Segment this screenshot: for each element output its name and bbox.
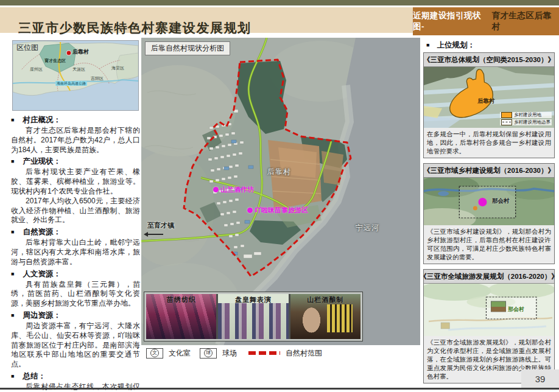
left-arrow-icon <box>145 234 163 235</box>
left-text-sections: ■村庄概况： 育才生态区后靠村是那会村下辖的自然村。2017年总户数为42户，总… <box>11 113 140 392</box>
dashed-swatch-icon <box>501 119 512 125</box>
plan-map-village-label: 那会村 <box>492 197 510 205</box>
location-map-title: 区位图 <box>16 43 38 53</box>
section-paragraph: 后靠村侵占生态红线，本次规划仅丰富村庄文化活动，搬迁安置后按本次规划内容实施。 <box>11 382 140 392</box>
section-heading-label: 人文资源： <box>23 269 61 279</box>
section-heading-label: 总结： <box>23 371 46 382</box>
header-tag-suffix: 育才生态区后靠村 <box>491 10 559 32</box>
satellite-analysis-map: 后靠自然村现状分析图 后靠村 宁远河 至育才镇 山兰酒作坊 吖啦咪苗寨旅游区 苗… <box>141 38 420 345</box>
plan-box-text: 在多规合一中，后靠村规划保留乡村建设用地，因此，后靠村符合多规合一乡村建设用地管… <box>424 128 554 158</box>
satellite-map-title: 后靠自然村现状分析图 <box>145 41 230 55</box>
photo-label: 山栏酒酿制 <box>290 295 360 304</box>
plan-map-graphic <box>424 178 554 225</box>
legend-label: 乡村建设用地边界 <box>514 119 550 125</box>
poi-wine-workshop: 山兰酒作坊 <box>213 185 254 194</box>
district-label-yucai: 育才生态区 <box>44 58 66 64</box>
upper-plans-heading: ■ 上位规划： <box>426 40 475 51</box>
plan-box-text: 《三亚市域乡村建设规划》，规划那会村为乡村旅游型村庄，后靠自然村在村庄建设许可区… <box>424 225 554 264</box>
header-section-tag: 近期建设指引现状图-育才生态区后靠村 <box>413 7 559 35</box>
poi-label: 山兰酒作坊 <box>220 185 254 194</box>
plan-box-title: 《三亚市全域旅游发展规划（2016-2020）》 <box>424 270 554 284</box>
poi-miao-village-tourism: 吖啦咪苗寨旅游区 <box>247 206 308 215</box>
section-heading: ■村庄概况： <box>11 115 140 125</box>
map-river-label: 宁远河 <box>356 223 379 233</box>
plan-box-title: 《三亚市域乡村建设规划（2016-2030）》 <box>424 164 554 178</box>
photo-label: 苗绣纺织 <box>146 295 216 304</box>
square-bullet-icon: ■ <box>11 312 14 318</box>
plan-box-master-plan: 《三亚市总体规划（空间类2015-2030）》 后靠村 乡村建设用地 <box>423 52 555 158</box>
square-bullet-icon: ■ <box>11 117 14 123</box>
section-heading-label: 周边资源： <box>23 310 61 321</box>
legend-label-culture-room: 文化室 <box>169 348 191 359</box>
culture-room-icon: 文 <box>150 349 159 357</box>
section-heading: ■产业现状： <box>11 156 140 167</box>
plan-document-page: 三亚市少数民族特色村寨建设发展规划 近期建设指引现状图-育才生态区后靠村 区位图… <box>0 0 559 392</box>
district-label-tianya: 天涯区 <box>72 66 85 72</box>
map-village-label: 后靠村 <box>267 167 291 177</box>
plan-map-village-label: 那会村 <box>508 306 524 313</box>
section-paragraph: 2017年人均收入6500元，主要经济收入经济作物种植、山兰酒酿制、旅游就业、外… <box>11 197 140 225</box>
highway-label: 海南环岛高速公路 <box>55 81 87 86</box>
photo-embroidery: 苗绣纺织 <box>146 294 216 339</box>
legend-row-construction-land: 乡村建设用地 <box>500 112 552 118</box>
photo-strip: 苗绣纺织 盘皇舞表演 山栏酒酿制 <box>144 292 362 341</box>
section-heading: ■周边资源： <box>11 310 140 321</box>
plan-box-tourism-plan: 《三亚市全域旅游发展规划（2016-2020）》 那会村 《三亚市全域旅游发展规… <box>423 269 555 383</box>
section-paragraph: 周边资源丰富，有宁远河、大隆水库、毛公山、仙安石林等资源，吖啦咪苗寨旅游区位于村… <box>11 321 140 369</box>
photo-label: 盘皇舞表演 <box>218 295 288 304</box>
plan-box-title: 《三亚市总体规划（空间类2015-2030）》 <box>424 53 554 67</box>
top-olive-strip <box>0 0 559 5</box>
section-heading-label: 自然资源： <box>23 227 61 237</box>
poi-label: 吖啦咪苗寨旅游区 <box>255 206 308 215</box>
page-title: 三亚市少数民族特色村寨建设发展规划 <box>18 19 251 37</box>
poi-dot-icon <box>213 187 219 192</box>
square-bullet-icon: ■ <box>426 42 429 48</box>
plan-map-rural: 那会村 <box>424 178 554 225</box>
section-paragraph: 后靠村背靠大山白土岭，毗邻宁远河，辖区内有大龙水库和南塔水库，旅游与自然资源丰富… <box>11 238 140 267</box>
district-label-jiyang: 吉阳区 <box>91 75 104 82</box>
plan-map-legend: 乡村建设用地 乡村建设用地边界 <box>500 112 552 125</box>
section-heading: ■总结： <box>11 371 140 382</box>
plan-map-graphic <box>424 284 554 336</box>
bottom-rule <box>0 388 559 390</box>
page-number: 39 <box>521 369 559 388</box>
legend-label: 乡村建设用地 <box>514 112 541 118</box>
square-bullet-icon: ■ <box>11 158 14 164</box>
photo-wine-brewing: 山栏酒酿制 <box>290 294 360 339</box>
section-paragraph: 具有苗族盘皇舞（三元舞），苗绣，苗医苗药、山栏酒酿制等文化资源，美丽乡村旅游文化… <box>11 280 140 309</box>
plan-map-master: 后靠村 乡村建设用地 乡村建设用地边界 <box>424 67 554 128</box>
legend-row-land-boundary: 乡村建设用地边界 <box>500 119 552 125</box>
legend-label-village-boundary: 自然村范围 <box>286 348 322 359</box>
poi-dot-icon <box>247 208 253 213</box>
plan-map-village-label: 后靠村 <box>477 97 495 105</box>
ball-court-icon: 球 <box>204 349 213 357</box>
red-dashed-line-icon <box>248 351 280 355</box>
section-paragraph: 后靠村现状主要产业有芒果、橡胶、莲雾果、槟榔种植业，旅游业等。现状村内有1个农民… <box>11 167 140 196</box>
district-label-yazhou: 崖州区 <box>30 66 43 72</box>
ball-court-symbol: 球 <box>200 348 217 359</box>
plan-map-tourism: 那会村 <box>424 284 554 336</box>
square-bullet-icon: ■ <box>11 229 14 235</box>
section-heading: ■人文资源： <box>11 269 140 279</box>
section-heading-label: 村庄概况： <box>23 115 61 125</box>
photo-dance-performance: 盘皇舞表演 <box>218 294 288 339</box>
section-paragraph: 育才生态区后靠村是那会村下辖的自然村。2017年总户数为42户，总人口为184人… <box>11 126 140 155</box>
map-road-label: 至育才镇 <box>147 221 174 230</box>
section-heading: ■自然资源： <box>11 227 140 237</box>
square-bullet-icon: ■ <box>11 271 14 277</box>
plan-box-rural-construction: 《三亚市域乡村建设规划（2016-2030）》 那会村 《三亚市域乡村建设规划》… <box>423 163 555 264</box>
upper-plans-heading-label: 上位规划： <box>437 40 475 51</box>
location-map-village-label: 后靠村 <box>72 48 89 56</box>
square-bullet-icon: ■ <box>11 373 14 379</box>
culture-room-symbol: 文 <box>146 348 163 359</box>
header-tag-prefix: 近期建设指引现状图- <box>413 10 491 32</box>
district-label-haitang: 海棠区 <box>111 65 124 71</box>
map-legend: 文 文化室 球 球场 自然村范围 <box>146 347 326 359</box>
legend-label-ball-court: 球场 <box>222 348 237 359</box>
section-heading-label: 产业现状： <box>23 156 61 167</box>
orange-swatch-icon <box>501 112 512 118</box>
location-map: 区位图 后靠村 育才生态区 崖州区 天涯区 吉阳区 海棠区 海南环岛高速公路 <box>12 40 139 111</box>
